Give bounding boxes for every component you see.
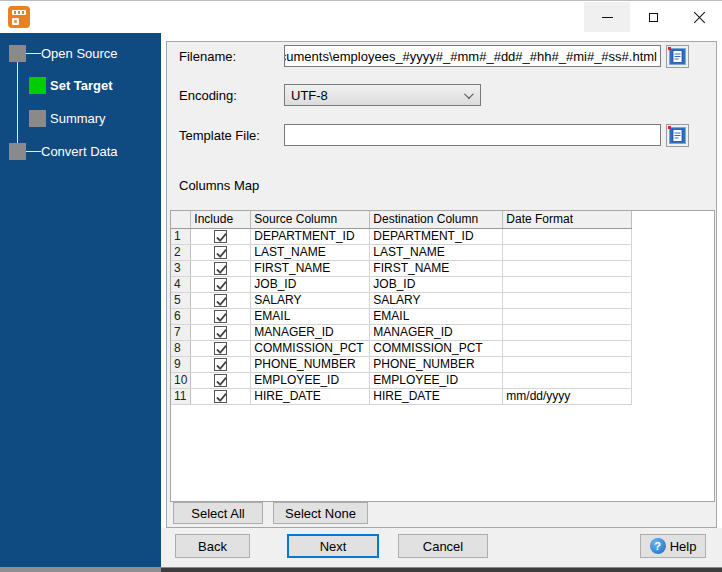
source-column-cell[interactable]: DEPARTMENT_ID: [251, 228, 370, 244]
include-checkbox[interactable]: [214, 262, 227, 275]
include-checkbox[interactable]: [214, 230, 227, 243]
include-cell: [191, 340, 251, 356]
include-checkbox[interactable]: [214, 374, 227, 387]
destination-column-cell[interactable]: JOB_ID: [370, 276, 503, 292]
table-row: 8COMMISSION_PCTCOMMISSION_PCT: [171, 340, 632, 356]
date-format-cell[interactable]: [503, 292, 632, 308]
row-number: 10: [171, 372, 191, 388]
sidebar-item-summary[interactable]: Summary: [50, 110, 106, 127]
red-dot: [668, 47, 671, 50]
include-checkbox[interactable]: [214, 342, 227, 355]
sidebar-item-open-source[interactable]: Open Source: [41, 45, 118, 62]
destination-column-cell[interactable]: SALARY: [370, 292, 503, 308]
row-number: 6: [171, 308, 191, 324]
sidebar-item-convert-data[interactable]: Convert Data: [41, 143, 118, 160]
source-column-cell[interactable]: PHONE_NUMBER: [251, 356, 370, 372]
include-cell: [191, 324, 251, 340]
include-checkbox[interactable]: [214, 246, 227, 259]
source-column-cell[interactable]: SALARY: [251, 292, 370, 308]
rownum-header: [171, 211, 191, 228]
include-checkbox[interactable]: [214, 278, 227, 291]
date-format-cell[interactable]: [503, 244, 632, 260]
select-all-button[interactable]: Select All: [173, 502, 263, 524]
include-header: Include: [191, 211, 251, 228]
row-number: 11: [171, 388, 191, 404]
source-column-cell[interactable]: LAST_NAME: [251, 244, 370, 260]
include-checkbox[interactable]: [214, 310, 227, 323]
table-row: 9PHONE_NUMBERPHONE_NUMBER: [171, 356, 632, 372]
date-format-cell[interactable]: [503, 356, 632, 372]
filename-label: Filename:: [179, 49, 236, 64]
template-browse-button[interactable]: [666, 124, 689, 147]
close-button[interactable]: [676, 2, 722, 32]
date-format-cell[interactable]: [503, 308, 632, 324]
destination-column-cell[interactable]: FIRST_NAME: [370, 260, 503, 276]
table-row: 3FIRST_NAMEFIRST_NAME: [171, 260, 632, 276]
template-file-input[interactable]: [284, 124, 661, 146]
include-cell: [191, 308, 251, 324]
table-header-row: Include Source Column Destination Column…: [171, 211, 632, 228]
sidebar-item-set-target[interactable]: Set Target: [50, 77, 113, 94]
close-icon: [693, 11, 706, 24]
destination-column-cell[interactable]: MANAGER_ID: [370, 324, 503, 340]
maximize-icon: [649, 13, 658, 22]
source-column-cell[interactable]: EMAIL: [251, 308, 370, 324]
wizard-steps-sidebar: Open Source Set Target Summary Convert D…: [0, 33, 161, 567]
help-button[interactable]: ? Help: [640, 534, 706, 558]
step-marker-convert-data: [9, 143, 26, 160]
date-format-cell[interactable]: [503, 372, 632, 388]
include-cell: [191, 372, 251, 388]
filename-input[interactable]: h\Documents\employees_#yyyy#_#mm#_#dd#_#…: [284, 45, 661, 67]
filename-browse-button[interactable]: [666, 45, 689, 68]
date-format-cell[interactable]: [503, 228, 632, 244]
include-checkbox[interactable]: [214, 390, 227, 403]
include-cell: [191, 388, 251, 404]
destination-column-cell[interactable]: PHONE_NUMBER: [370, 356, 503, 372]
date-format-header: Date Format: [503, 211, 632, 228]
include-checkbox[interactable]: [214, 358, 227, 371]
next-button[interactable]: Next: [287, 534, 379, 558]
row-number: 5: [171, 292, 191, 308]
date-format-cell[interactable]: [503, 276, 632, 292]
row-number: 8: [171, 340, 191, 356]
include-cell: [191, 292, 251, 308]
file-browse-icon: [669, 127, 686, 144]
source-column-cell[interactable]: COMMISSION_PCT: [251, 340, 370, 356]
source-column-cell[interactable]: FIRST_NAME: [251, 260, 370, 276]
source-column-header: Source Column: [251, 211, 370, 228]
date-format-cell[interactable]: [503, 340, 632, 356]
source-column-cell[interactable]: MANAGER_ID: [251, 324, 370, 340]
destination-column-cell[interactable]: DEPARTMENT_ID: [370, 228, 503, 244]
date-format-cell[interactable]: mm/dd/yyyy: [503, 388, 632, 404]
date-format-cell[interactable]: [503, 324, 632, 340]
source-column-cell[interactable]: JOB_ID: [251, 276, 370, 292]
include-checkbox[interactable]: [214, 326, 227, 339]
source-column-cell[interactable]: EMPLOYEE_ID: [251, 372, 370, 388]
maximize-button[interactable]: [630, 2, 676, 32]
source-column-cell[interactable]: HIRE_DATE: [251, 388, 370, 404]
destination-column-cell[interactable]: EMPLOYEE_ID: [370, 372, 503, 388]
destination-column-cell[interactable]: HIRE_DATE: [370, 388, 503, 404]
table-row: 11HIRE_DATEHIRE_DATEmm/dd/yyyy: [171, 388, 632, 404]
columns-map-grid: Include Source Column Destination Column…: [170, 210, 715, 502]
main-area: Filename: h\Documents\employees_#yyyy#_#…: [161, 33, 722, 567]
destination-column-cell[interactable]: EMAIL: [370, 308, 503, 324]
cancel-button[interactable]: Cancel: [398, 534, 488, 558]
wizard-window: Open Source Set Target Summary Convert D…: [0, 0, 722, 572]
row-number: 1: [171, 228, 191, 244]
date-format-cell[interactable]: [503, 260, 632, 276]
select-none-button[interactable]: Select None: [273, 502, 368, 524]
title-bar: [0, 1, 722, 33]
back-button[interactable]: Back: [175, 534, 250, 558]
target-settings-panel: Filename: h\Documents\employees_#yyyy#_#…: [166, 41, 717, 528]
encoding-select[interactable]: UTF-8: [284, 84, 481, 106]
table-row: 7MANAGER_IDMANAGER_ID: [171, 324, 632, 340]
destination-column-cell[interactable]: LAST_NAME: [370, 244, 503, 260]
include-checkbox[interactable]: [214, 294, 227, 307]
include-cell: [191, 260, 251, 276]
minimize-button[interactable]: [584, 2, 630, 32]
row-number: 3: [171, 260, 191, 276]
red-dot: [668, 126, 671, 129]
destination-column-cell[interactable]: COMMISSION_PCT: [370, 340, 503, 356]
file-browse-icon: [669, 48, 686, 65]
